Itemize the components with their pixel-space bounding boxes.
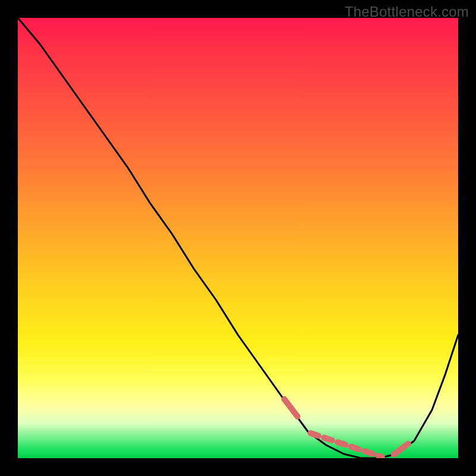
gradient-plot-area [18,18,458,458]
chart-frame: TheBottleneck.com [0,0,476,476]
